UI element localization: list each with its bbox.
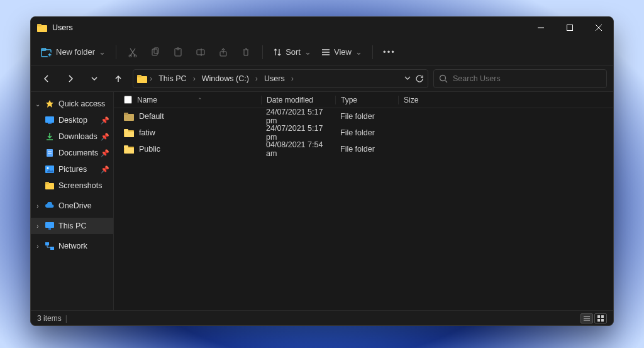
svg-rect-42: [124, 113, 128, 115]
folder-icon: [45, 182, 55, 189]
paste-button[interactable]: [168, 42, 188, 62]
monitor-icon: [45, 222, 55, 230]
svg-rect-3: [567, 25, 573, 31]
svg-rect-48: [125, 148, 134, 154]
sidebar-item-label: OneDrive: [58, 201, 92, 210]
sidebar-item-documents[interactable]: Documents 📌: [43, 145, 113, 161]
up-button[interactable]: [109, 69, 128, 88]
pictures-icon: [45, 166, 55, 173]
sidebar-item-label: This PC: [58, 222, 86, 230]
chevron-down-icon: ⌄: [304, 47, 311, 57]
breadcrumb-bar[interactable]: › This PC › Windows (C:) › Users ›: [133, 69, 428, 88]
minimize-button[interactable]: [526, 17, 555, 38]
sidebar-quick-access[interactable]: ⌄ Quick access: [31, 96, 113, 112]
svg-line-26: [445, 81, 447, 82]
file-row[interactable]: fatiw 24/07/2021 5:17 pm File folder: [114, 125, 613, 141]
star-icon: [45, 99, 55, 108]
address-bar-row: › This PC › Windows (C:) › Users ›: [31, 66, 613, 91]
search-input[interactable]: [453, 74, 601, 83]
view-mode-toggle: [580, 313, 607, 323]
toolbar-divider: [116, 45, 116, 59]
title-bar: Users: [31, 17, 613, 38]
file-date: 04/08/2021 7:54 am: [261, 140, 335, 158]
sidebar-item-downloads[interactable]: Downloads 📌: [43, 128, 113, 145]
refresh-button[interactable]: [415, 74, 424, 83]
new-folder-label: New folder: [56, 47, 95, 57]
cut-button[interactable]: [123, 42, 143, 62]
thumbnails-view-button[interactable]: [594, 313, 607, 323]
svg-rect-53: [601, 315, 604, 318]
chevron-right-icon: ›: [35, 223, 41, 230]
folder-icon: [124, 145, 134, 154]
window-folder-icon: [37, 23, 47, 32]
breadcrumb-item[interactable]: Windows (C:): [198, 72, 253, 85]
svg-rect-39: [45, 242, 49, 245]
sort-button[interactable]: Sort ⌄: [269, 42, 315, 62]
file-type: File folder: [335, 112, 398, 121]
desktop-icon: [45, 116, 55, 124]
folder-icon: [124, 113, 134, 121]
svg-rect-1: [37, 24, 42, 26]
new-folder-icon: [41, 47, 52, 57]
view-button[interactable]: View ⌄: [318, 42, 366, 62]
sidebar-item-label: Pictures: [58, 165, 87, 174]
documents-icon: [45, 149, 55, 157]
sidebar-this-pc[interactable]: › This PC: [31, 218, 113, 234]
network-icon: [45, 242, 55, 250]
svg-rect-36: [45, 182, 49, 184]
svg-point-11: [129, 55, 131, 57]
svg-rect-54: [597, 319, 600, 322]
svg-rect-45: [125, 132, 134, 137]
sort-icon: [273, 48, 282, 57]
search-box[interactable]: [433, 69, 607, 88]
new-folder-button[interactable]: New folder ⌄: [37, 42, 109, 62]
breadcrumb-item[interactable]: Users: [260, 72, 289, 85]
details-view-button[interactable]: [580, 313, 593, 323]
sidebar-item-desktop[interactable]: Desktop 📌: [43, 112, 113, 128]
column-header-type[interactable]: Type: [335, 96, 398, 104]
share-button[interactable]: [213, 42, 233, 62]
sidebar-network[interactable]: › Network: [31, 238, 113, 254]
file-name: fatiw: [139, 128, 155, 137]
chevron-right-icon: ›: [148, 74, 153, 83]
file-row[interactable]: Default 24/07/2021 5:17 pm File folder: [114, 108, 613, 125]
chevron-right-icon: ›: [192, 74, 197, 83]
sort-indicator-icon: ⌃: [197, 97, 203, 103]
close-button[interactable]: [584, 17, 613, 38]
column-header-name[interactable]: Name ⌃: [124, 96, 261, 104]
forward-button[interactable]: [61, 69, 80, 88]
column-header-date[interactable]: Date modified: [261, 96, 335, 104]
status-divider: |: [65, 314, 67, 323]
back-button[interactable]: [37, 69, 56, 88]
sidebar-item-screenshots[interactable]: Screenshots: [43, 177, 113, 194]
toolbar-divider: [262, 45, 263, 59]
cloud-icon: [45, 202, 55, 210]
file-date: 24/07/2021 5:17 pm: [261, 108, 335, 125]
rename-button[interactable]: [191, 42, 211, 62]
sidebar-item-label: Documents: [58, 149, 98, 157]
svg-point-34: [47, 167, 49, 169]
delete-button[interactable]: [236, 42, 256, 62]
sidebar-item-pictures[interactable]: Pictures 📌: [43, 161, 113, 177]
select-all-checkbox[interactable]: [124, 96, 132, 104]
maximize-button[interactable]: [555, 17, 584, 38]
sidebar-item-label: Downloads: [58, 132, 97, 141]
chevron-right-icon: ›: [254, 74, 259, 83]
ellipsis-icon: •••: [383, 47, 396, 57]
copy-button[interactable]: [145, 42, 165, 62]
more-button[interactable]: •••: [379, 42, 399, 62]
quick-access-children: Desktop 📌 Downloads 📌 Documents 📌: [31, 112, 113, 194]
sidebar-item-label: Screenshots: [58, 181, 102, 190]
breadcrumb-item[interactable]: This PC: [155, 72, 190, 85]
pin-icon: 📌: [101, 149, 109, 157]
sidebar-onedrive[interactable]: › OneDrive: [31, 198, 113, 214]
recent-button[interactable]: [85, 69, 104, 88]
history-dropdown-icon[interactable]: [404, 74, 411, 83]
file-type: File folder: [335, 145, 398, 154]
view-label: View: [334, 47, 352, 57]
column-header-size[interactable]: Size: [398, 96, 437, 104]
file-row[interactable]: Public 04/08/2021 7:54 am File folder: [114, 141, 613, 157]
svg-rect-52: [597, 315, 600, 318]
svg-rect-37: [45, 222, 54, 228]
svg-marker-27: [46, 100, 53, 108]
